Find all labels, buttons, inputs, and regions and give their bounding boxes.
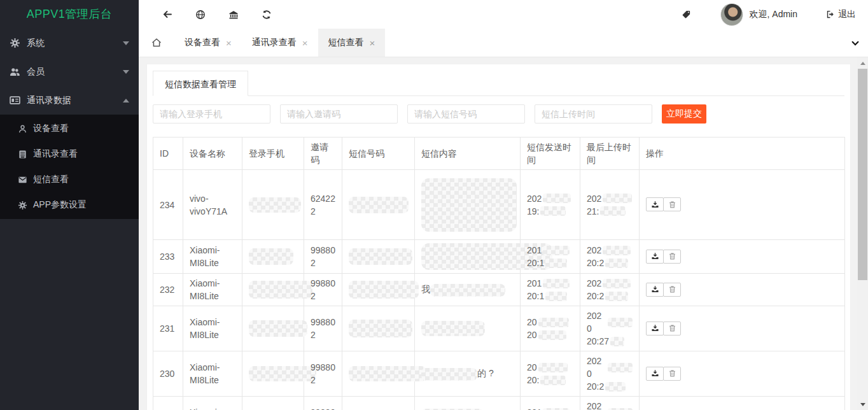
sidebar-item-contacts-view[interactable]: 通讯录查看: [0, 141, 139, 167]
welcome-text: 欢迎, Admin: [750, 9, 797, 20]
sidebar-item-label: 通讯录数据: [27, 95, 71, 106]
delete-button[interactable]: [663, 322, 681, 336]
scroll-down-arrow[interactable]: [857, 400, 868, 409]
cell-send-time: 20120:1: [521, 274, 580, 306]
tab-device-view[interactable]: 设备查看 ×: [174, 29, 242, 57]
sidebar-item-system[interactable]: 系统: [0, 29, 139, 57]
cell-actions: [640, 274, 845, 306]
trash-icon: [668, 324, 676, 332]
redacted-content: [249, 248, 293, 265]
redacted-content: [603, 246, 631, 255]
sms-upload-time-input[interactable]: [535, 104, 652, 124]
redacted-content: [349, 248, 412, 265]
download-button[interactable]: [646, 283, 664, 297]
download-button[interactable]: [646, 197, 664, 211]
logout-button[interactable]: 退出: [825, 9, 856, 20]
main-content: 短信数据查看管理 立即提交 ID 设备名称 登录手机: [139, 57, 857, 410]
sms-number-input[interactable]: [407, 104, 525, 124]
redacted-content: [610, 337, 624, 346]
vertical-scrollbar[interactable]: [857, 57, 868, 410]
table-row: 231 Xiaomi-MI8Lite 998802 2020 202020:27: [153, 306, 845, 351]
redacted-content: [538, 318, 569, 327]
back-icon[interactable]: [162, 10, 172, 20]
panel-tab-sms-management[interactable]: 短信数据查看管理: [153, 71, 248, 96]
cell-sms-content: [415, 306, 521, 351]
cell-device: Xiaomi-MI8Lite: [183, 397, 242, 410]
tab-label: 短信查看: [328, 37, 364, 48]
sidebar-item-label: 系统: [27, 38, 45, 49]
redacted-content: [603, 194, 632, 203]
chevron-down-icon: [123, 70, 129, 74]
col-id: ID: [153, 138, 183, 170]
col-device-name: 设备名称: [183, 138, 242, 170]
redacted-content: [543, 194, 571, 203]
action-button-group: [646, 250, 681, 264]
bank-icon[interactable]: [228, 10, 239, 20]
tabbar: 设备查看 × 通讯录查看 × 短信查看 ×: [139, 29, 868, 57]
cell-device: Xiaomi-MI8Lite: [183, 306, 242, 351]
sidebar-item-members[interactable]: 会员: [0, 57, 139, 86]
cell-id: 229: [153, 397, 183, 410]
logout-label: 退出: [838, 9, 856, 20]
sidebar-item-sms-view[interactable]: 短信查看: [0, 167, 139, 192]
sidebar: APPV1管理后台 系统 会员 通讯录数据: [0, 0, 139, 410]
cell-login-phone: [242, 306, 304, 351]
cell-invite-code: 998802: [304, 306, 342, 351]
redacted-content: [540, 206, 566, 216]
download-button[interactable]: [646, 322, 664, 336]
download-button[interactable]: [646, 367, 664, 381]
home-tab[interactable]: [139, 29, 174, 57]
avatar[interactable]: [720, 3, 743, 26]
col-sms-content: 短信内容: [415, 138, 521, 170]
cell-login-phone: [242, 351, 304, 397]
scrollbar-thumb[interactable]: [858, 69, 867, 280]
submit-button[interactable]: 立即提交: [662, 104, 706, 124]
redacted-content: [421, 321, 485, 336]
sms-panel: 短信数据查看管理 立即提交 ID 设备名称 登录手机: [146, 64, 851, 410]
redacted-content: [538, 330, 566, 340]
delete-button[interactable]: [663, 250, 681, 264]
tag-icon[interactable]: [682, 10, 691, 19]
globe-icon[interactable]: [195, 10, 206, 20]
delete-button[interactable]: [663, 283, 681, 297]
panel-tab-header: 短信数据查看管理: [153, 70, 844, 96]
close-icon[interactable]: ×: [370, 38, 375, 48]
sidebar-submenu: 设备查看 通讯录查看 短信查看 APP参数设置: [0, 115, 139, 219]
tab-menu-chevron[interactable]: [851, 29, 860, 57]
tab-sms-view[interactable]: 短信查看 ×: [318, 29, 386, 57]
table-row: 233 Xiaomi-MI8Lite 998802 20120:1 20220:…: [153, 240, 845, 274]
cell-actions: [640, 306, 845, 351]
download-icon: [651, 285, 659, 293]
sidebar-item-device-view[interactable]: 设备查看: [0, 116, 139, 141]
gear-icon: [10, 38, 20, 48]
action-button-group: [646, 367, 681, 381]
redacted-content: [249, 320, 307, 337]
redacted-content: [430, 284, 505, 297]
redacted-content: [349, 197, 409, 213]
cell-sms-number: [342, 170, 415, 240]
scroll-up-arrow[interactable]: [857, 59, 868, 67]
close-icon[interactable]: ×: [302, 38, 308, 48]
cell-login-phone: [242, 170, 304, 240]
cell-id: 233: [153, 240, 183, 274]
invite-code-input[interactable]: [280, 104, 398, 124]
sidebar-item-contacts-data[interactable]: 通讯录数据: [0, 86, 139, 115]
redacted-content: [249, 197, 301, 213]
delete-button[interactable]: [663, 197, 681, 211]
close-icon[interactable]: ×: [226, 38, 232, 48]
cell-sms-number: [342, 351, 415, 397]
admin-window: APPV1管理后台 系统 会员 通讯录数据: [0, 0, 868, 410]
login-phone-input[interactable]: [153, 104, 270, 124]
sidebar-item-app-settings[interactable]: APP参数设置: [0, 192, 139, 218]
cell-login-phone: [242, 397, 304, 410]
cell-actions: [640, 170, 845, 240]
cell-send-time: 2020: [521, 306, 580, 351]
refresh-icon[interactable]: [262, 10, 272, 20]
download-button[interactable]: [646, 250, 664, 264]
tab-contacts-view[interactable]: 通讯录查看 ×: [242, 29, 318, 57]
cell-invite-code: 624222: [304, 170, 342, 240]
home-icon: [151, 37, 162, 48]
table-row: 232 Xiaomi-MI8Lite 998802 我 20120:1 2022…: [153, 274, 845, 306]
table-row: 234 vivo-vivoY71A 624222 20219: 20221:: [153, 170, 845, 240]
delete-button[interactable]: [663, 367, 681, 381]
